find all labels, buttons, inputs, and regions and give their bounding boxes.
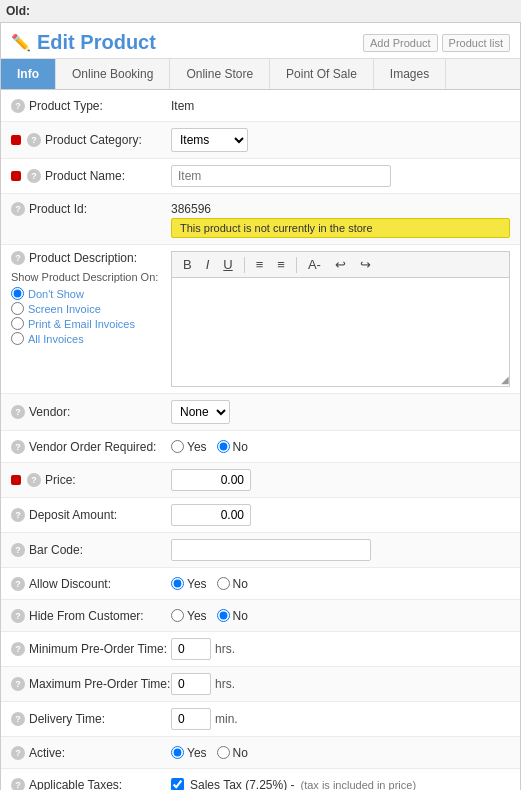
- hide-customer-label: ? Hide From Customer:: [11, 609, 171, 623]
- allow-discount-row: ? Allow Discount: Yes No: [1, 568, 520, 600]
- price-help-icon[interactable]: ?: [27, 473, 41, 487]
- taxes-help-icon[interactable]: ?: [11, 778, 25, 791]
- product-id-help-icon[interactable]: ?: [11, 202, 25, 216]
- editor-body[interactable]: ◢: [171, 277, 510, 387]
- deposit-input[interactable]: [171, 504, 251, 526]
- max-preorder-help-icon[interactable]: ?: [11, 677, 25, 691]
- product-name-value: [171, 165, 510, 187]
- show-option-dontshow-label: Don't Show: [28, 288, 84, 300]
- max-preorder-input[interactable]: [171, 673, 211, 695]
- bold-button[interactable]: B: [178, 255, 197, 274]
- active-row: ? Active: Yes No: [1, 737, 520, 769]
- active-label: ? Active:: [11, 746, 171, 760]
- product-name-input[interactable]: [171, 165, 391, 187]
- tab-info[interactable]: Info: [1, 59, 56, 89]
- tab-point-of-sale[interactable]: Point Of Sale: [270, 59, 374, 89]
- barcode-input[interactable]: [171, 539, 371, 561]
- hide-customer-yes-label[interactable]: Yes: [171, 609, 207, 623]
- product-name-label: ? Product Name:: [11, 169, 171, 183]
- add-product-link[interactable]: Add Product: [363, 34, 438, 52]
- product-type-value: Item: [171, 99, 510, 113]
- active-no-label[interactable]: No: [217, 746, 248, 760]
- vendor-order-value: Yes No: [171, 440, 510, 454]
- product-type-help-icon[interactable]: ?: [11, 99, 25, 113]
- resize-handle[interactable]: ◢: [497, 374, 509, 386]
- tab-online-booking[interactable]: Online Booking: [56, 59, 170, 89]
- product-name-help-icon[interactable]: ?: [27, 169, 41, 183]
- show-option-all-label: All Invoices: [28, 333, 84, 345]
- tab-images[interactable]: Images: [374, 59, 446, 89]
- barcode-label: ? Bar Code:: [11, 543, 171, 557]
- allow-discount-no-label[interactable]: No: [217, 577, 248, 591]
- hide-customer-yes-radio[interactable]: [171, 609, 184, 622]
- product-description-help-icon[interactable]: ?: [11, 251, 25, 265]
- vendor-order-help-icon[interactable]: ?: [11, 440, 25, 454]
- barcode-help-icon[interactable]: ?: [11, 543, 25, 557]
- allow-discount-no-radio[interactable]: [217, 577, 230, 590]
- underline-button[interactable]: U: [218, 255, 237, 274]
- deposit-help-icon[interactable]: ?: [11, 508, 25, 522]
- barcode-row: ? Bar Code:: [1, 533, 520, 568]
- product-type-row: ? Product Type: Item: [1, 90, 520, 122]
- allow-discount-help-icon[interactable]: ?: [11, 577, 25, 591]
- vendor-order-yes-label[interactable]: Yes: [171, 440, 207, 454]
- active-help-icon[interactable]: ?: [11, 746, 25, 760]
- vendor-value: None: [171, 400, 510, 424]
- old-label: Old:: [0, 0, 521, 22]
- allow-discount-yes-radio[interactable]: [171, 577, 184, 590]
- product-list-link[interactable]: Product list: [442, 34, 510, 52]
- hide-customer-no-radio[interactable]: [217, 609, 230, 622]
- product-description-label: ? Product Description:: [11, 251, 171, 265]
- list-ol-button[interactable]: ≡: [272, 255, 290, 274]
- max-preorder-value: hrs.: [171, 673, 510, 695]
- list-ul-button[interactable]: ≡: [251, 255, 269, 274]
- deposit-row: ? Deposit Amount:: [1, 498, 520, 533]
- delivery-time-input[interactable]: [171, 708, 211, 730]
- show-option-screen: Screen Invoice: [11, 302, 171, 315]
- vendor-order-no-label[interactable]: No: [217, 440, 248, 454]
- show-on-label: Show Product Description On:: [11, 271, 171, 283]
- store-warning-badge: This product is not currently in the sto…: [171, 218, 510, 238]
- sales-tax-checkbox[interactable]: [171, 778, 184, 790]
- form-body: ? Product Type: Item ? Product Category:…: [1, 90, 520, 790]
- active-no-radio[interactable]: [217, 746, 230, 759]
- active-yes-label[interactable]: Yes: [171, 746, 207, 760]
- delivery-time-unit: min.: [215, 712, 238, 726]
- price-label: ? Price:: [11, 473, 171, 487]
- vendor-label: ? Vendor:: [11, 405, 171, 419]
- delivery-time-value: min.: [171, 708, 510, 730]
- font-color-button[interactable]: A-: [303, 255, 326, 274]
- show-option-print-link[interactable]: Print & Email Invoices: [28, 318, 135, 330]
- active-yes-radio[interactable]: [171, 746, 184, 759]
- show-option-all-radio[interactable]: [11, 332, 24, 345]
- italic-button[interactable]: I: [201, 255, 215, 274]
- product-category-value: Items Services: [171, 128, 510, 152]
- hide-customer-no-label[interactable]: No: [217, 609, 248, 623]
- barcode-value: [171, 539, 510, 561]
- delivery-time-help-icon[interactable]: ?: [11, 712, 25, 726]
- show-option-screen-radio[interactable]: [11, 302, 24, 315]
- hide-customer-help-icon[interactable]: ?: [11, 609, 25, 623]
- tab-online-store[interactable]: Online Store: [170, 59, 270, 89]
- product-description-row: ? Product Description: Show Product Desc…: [1, 245, 520, 394]
- vendor-select[interactable]: None: [171, 400, 230, 424]
- redo-button[interactable]: ↪: [355, 255, 376, 274]
- show-option-print-radio[interactable]: [11, 317, 24, 330]
- undo-button[interactable]: ↩: [330, 255, 351, 274]
- min-preorder-help-icon[interactable]: ?: [11, 642, 25, 656]
- show-option-dontshow-radio[interactable]: [11, 287, 24, 300]
- show-option-screen-label: Screen Invoice: [28, 303, 101, 315]
- vendor-order-yes-radio[interactable]: [171, 440, 184, 453]
- hide-customer-value: Yes No: [171, 609, 510, 623]
- product-category-label: ? Product Category:: [11, 133, 171, 147]
- product-category-help-icon[interactable]: ?: [27, 133, 41, 147]
- vendor-help-icon[interactable]: ?: [11, 405, 25, 419]
- required-dot-category: [11, 135, 21, 145]
- price-input[interactable]: [171, 469, 251, 491]
- product-category-row: ? Product Category: Items Services: [1, 122, 520, 159]
- allow-discount-yes-label[interactable]: Yes: [171, 577, 207, 591]
- vendor-order-no-radio[interactable]: [217, 440, 230, 453]
- min-preorder-input[interactable]: [171, 638, 211, 660]
- product-category-select[interactable]: Items Services: [171, 128, 248, 152]
- min-preorder-label: ? Minimum Pre-Order Time:: [11, 642, 171, 656]
